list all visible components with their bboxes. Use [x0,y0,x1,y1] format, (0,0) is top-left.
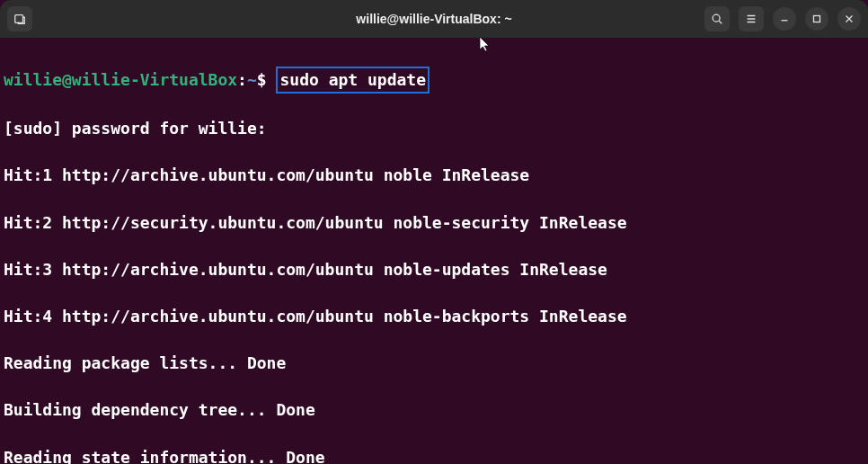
close-button[interactable] [837,7,861,31]
prompt-line-1: willie@willie-VirtualBox:~$ sudo apt upd… [4,67,864,94]
titlebar: willie@willie-VirtualBox: ~ [0,0,868,38]
maximize-icon [810,13,823,25]
output-line: Reading state information... Done [4,446,864,464]
minimize-icon [778,13,791,25]
output-line: Hit:2 http://security.ubuntu.com/ubuntu … [4,211,864,235]
close-icon [843,13,855,25]
svg-rect-2 [814,16,820,22]
output-line: Reading package lists... Done [4,352,864,375]
minimize-button[interactable] [773,7,796,31]
search-button[interactable] [704,6,730,31]
svg-point-1 [713,14,720,22]
output-line: Hit:1 http://archive.ubuntu.com/ubuntu n… [4,164,864,187]
search-icon [711,13,723,25]
output-line: Hit:4 http://archive.ubuntu.com/ubuntu n… [4,305,864,328]
output-line: [sudo] password for willie: [4,117,864,140]
new-tab-button[interactable] [7,6,32,31]
output-line: Building dependency tree... Done [4,398,864,422]
terminal-output[interactable]: willie@willie-VirtualBox:~$ sudo apt upd… [0,38,868,464]
svg-rect-0 [15,15,23,23]
command-1: sudo apt update [279,70,426,89]
output-line: Hit:3 http://archive.ubuntu.com/ubuntu n… [4,258,864,281]
window-title: willie@willie-VirtualBox: ~ [356,10,511,28]
hamburger-icon [745,13,757,25]
prompt-userhost: willie@willie-VirtualBox [4,70,237,89]
menu-button[interactable] [739,6,764,31]
maximize-button[interactable] [805,7,828,31]
command-1-highlight: sudo apt update [276,67,430,94]
prompt-path: ~ [247,70,257,89]
